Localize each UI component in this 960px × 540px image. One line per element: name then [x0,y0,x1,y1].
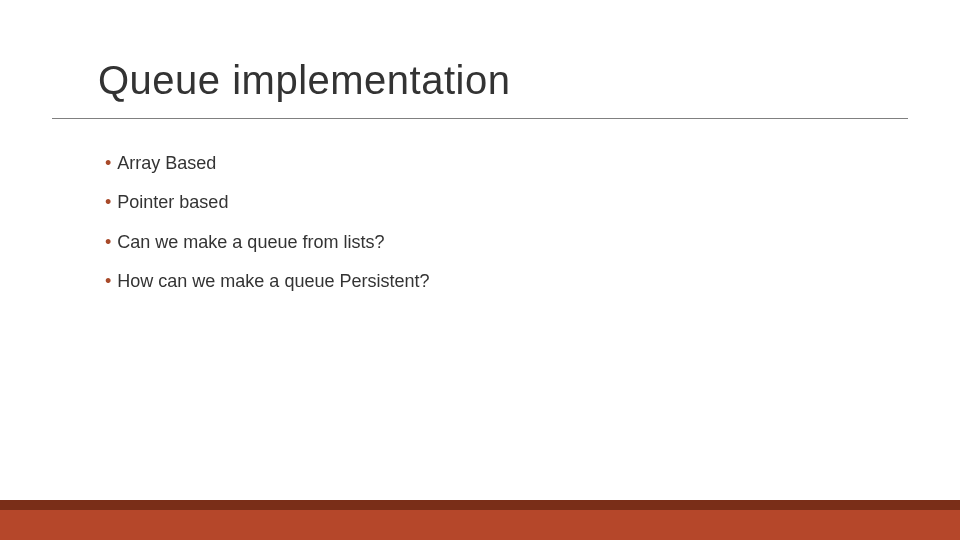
bullet-icon: • [105,270,111,293]
content-area: • Array Based • Pointer based • Can we m… [105,152,880,310]
bullet-icon: • [105,152,111,175]
footer-stripe-dark [0,500,960,510]
bullet-item: • Array Based [105,152,880,175]
footer-stripe-red [0,510,960,540]
bullet-text: How can we make a queue Persistent? [117,270,429,293]
slide: Queue implementation • Array Based • Poi… [0,0,960,540]
title-divider [52,118,908,119]
bullet-text: Array Based [117,152,216,175]
bullet-icon: • [105,191,111,214]
bullet-item: • Pointer based [105,191,880,214]
bullet-item: • Can we make a queue from lists? [105,231,880,254]
bullet-text: Can we make a queue from lists? [117,231,384,254]
slide-title: Queue implementation [98,58,510,103]
bullet-text: Pointer based [117,191,228,214]
bullet-icon: • [105,231,111,254]
footer-bar [0,500,960,540]
bullet-item: • How can we make a queue Persistent? [105,270,880,293]
